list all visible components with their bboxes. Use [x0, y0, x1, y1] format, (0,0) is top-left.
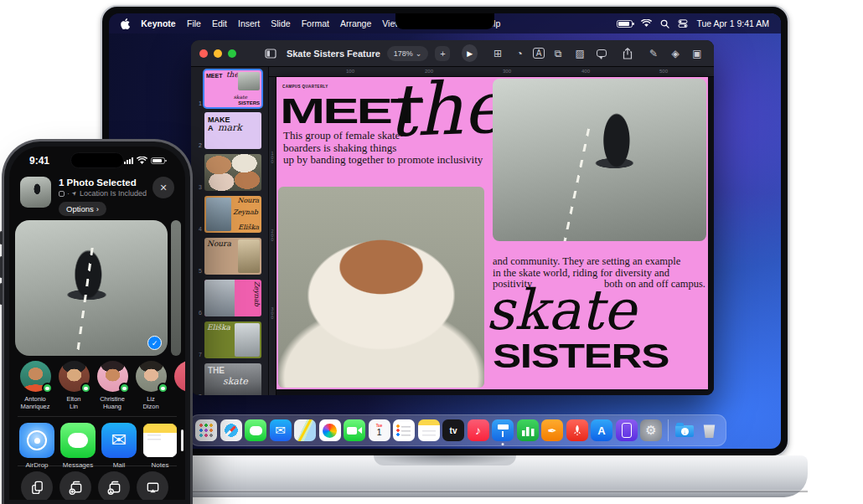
slide-thumbnail-8[interactable]: THE skate — [204, 363, 261, 395]
mail-icon[interactable]: ✉ — [270, 419, 292, 441]
add-to-album-icon[interactable] — [59, 471, 91, 500]
contact-elton[interactable]: EltonLin — [58, 361, 90, 410]
slide-thumbnail-6[interactable]: Zeynab — [204, 280, 261, 316]
control-center-icon[interactable] — [678, 19, 688, 28]
shape-icon[interactable]: ⧉ — [550, 45, 566, 62]
slide-tail-bold[interactable]: SISTERS — [493, 337, 669, 375]
slide-navigator: 1 MEET the skate SISTERS 2 — [191, 67, 269, 395]
battery-icon[interactable] — [617, 20, 633, 28]
minimize-window-button[interactable] — [214, 49, 222, 58]
airdrop-button[interactable]: AirDrop — [19, 423, 54, 469]
next-photo-edge[interactable] — [171, 220, 181, 356]
slide-thumbnail-1[interactable]: MEET the skate SISTERS — [204, 70, 261, 107]
menu-slide[interactable]: Slide — [271, 18, 290, 28]
slide-thumbnail-2[interactable]: MAKE A mark — [204, 112, 261, 149]
comment-icon[interactable] — [593, 45, 610, 62]
menu-format[interactable]: Format — [302, 18, 329, 28]
slide-thumbnail-4[interactable]: Noura Zeynab Eliška — [204, 196, 261, 233]
apple-tv-icon[interactable]: tv — [442, 419, 464, 441]
calendar-icon[interactable]: Tue 1 — [369, 419, 390, 441]
zoom-level-control[interactable]: 178% ⌄ — [387, 46, 429, 61]
menu-file[interactable]: File — [187, 18, 201, 28]
slide-thumbnail-5[interactable]: Noura — [204, 238, 261, 275]
text-box-icon[interactable]: A — [533, 48, 545, 59]
iphone-mirroring-icon[interactable] — [616, 419, 638, 441]
menu-insert[interactable]: Insert — [238, 18, 260, 28]
spotlight-search-icon[interactable] — [660, 19, 669, 28]
share-actions-row — [21, 471, 185, 500]
keynote-dock-icon[interactable] — [492, 419, 514, 441]
menu-arrange[interactable]: Arrange — [340, 18, 371, 28]
options-button[interactable]: Options › — [59, 202, 106, 216]
pages-icon[interactable]: ✒ — [541, 419, 563, 441]
messages-share-button[interactable]: Messages — [60, 423, 96, 469]
reminders-icon[interactable] — [393, 419, 415, 441]
close-window-button[interactable] — [199, 49, 208, 58]
contact-antonio[interactable]: AntonioManriquez — [19, 361, 51, 410]
add-slide-button[interactable]: + — [435, 46, 450, 61]
safari-icon[interactable] — [220, 419, 242, 441]
menu-bar-clock[interactable]: Tue Apr 1 9:41 AM — [696, 18, 769, 28]
slide-thumbnail-7[interactable]: Eliška — [204, 321, 261, 358]
trash-icon[interactable] — [699, 419, 721, 441]
action-button[interactable] — [0, 231, 3, 244]
music-icon[interactable]: ♪ — [468, 419, 489, 441]
table-icon[interactable]: ⊞ — [489, 45, 506, 62]
numbers-icon[interactable] — [517, 419, 539, 441]
messages-badge-icon — [158, 383, 168, 393]
apple-logo-icon[interactable] — [121, 18, 130, 29]
messages-icon[interactable] — [245, 419, 266, 441]
notes-share-button[interactable]: Notes — [142, 423, 178, 469]
share-icon[interactable] — [620, 45, 635, 62]
media-type-icon — [59, 191, 65, 197]
app-store-icon[interactable]: A — [591, 419, 612, 441]
horizontal-ruler: 100 200 300 400 500 — [269, 67, 714, 77]
document-icon[interactable]: ▣ — [689, 45, 705, 62]
contact-partial[interactable] — [173, 361, 185, 410]
menu-app-name[interactable]: Keynote — [141, 18, 176, 28]
downloads-folder-icon[interactable] — [674, 419, 695, 441]
rocket-app-icon[interactable] — [566, 419, 588, 441]
system-settings-icon[interactable]: ⚙ — [640, 419, 662, 441]
slide-tail-script[interactable]: skate — [486, 278, 636, 342]
add-to-shared-album-icon[interactable] — [98, 471, 130, 500]
chart-icon[interactable]: ◔ — [511, 45, 528, 62]
zoom-window-button[interactable] — [228, 49, 236, 58]
dynamic-island — [70, 152, 124, 168]
view-sidebar-icon[interactable] — [263, 45, 278, 62]
separator — [18, 465, 177, 466]
contact-liz[interactable]: LizDizon — [135, 361, 167, 410]
close-icon[interactable]: ✕ — [152, 177, 174, 198]
notes-icon[interactable] — [418, 419, 440, 441]
copy-icon[interactable] — [21, 471, 53, 500]
notes-icon — [142, 423, 178, 458]
volume-down-button[interactable] — [0, 283, 3, 305]
slide-photo-skater[interactable] — [493, 79, 706, 241]
slide-row: 7 Eliška — [191, 321, 268, 358]
maps-icon[interactable] — [294, 419, 316, 441]
airplay-icon[interactable] — [137, 471, 168, 500]
format-icon[interactable]: ✎ — [645, 45, 662, 62]
animate-icon[interactable]: ◈ — [667, 45, 684, 62]
wifi-icon[interactable] — [641, 19, 652, 28]
facetime-icon[interactable] — [344, 419, 365, 441]
slide-number: 3 — [194, 184, 202, 191]
avatar — [97, 361, 128, 392]
contact-christine[interactable]: ChristineHuang — [96, 361, 128, 410]
slide-row: 2 MAKE A mark — [191, 112, 268, 149]
slide-kicker-text[interactable]: CAMPUS QUARTERLY — [282, 85, 328, 89]
slide-thumbnail-3[interactable] — [204, 154, 261, 191]
slide-intro-text[interactable]: This group of female skate- boarders is … — [283, 130, 483, 167]
volume-up-button[interactable] — [0, 256, 3, 278]
menu-edit[interactable]: Edit — [212, 18, 227, 28]
scroll-indicator[interactable] — [181, 429, 183, 451]
photos-icon[interactable] — [319, 419, 341, 441]
document-title: Skate Sisters Feature — [287, 49, 380, 59]
launchpad-icon[interactable] — [195, 419, 217, 441]
slide-photo-portrait[interactable] — [278, 187, 484, 388]
photo-preview[interactable]: ✓ — [15, 220, 168, 356]
slide-editor[interactable]: CAMPUS QUARTERLY MEET the This group of … — [276, 77, 708, 389]
play-button[interactable]: ▶ — [462, 44, 478, 62]
mail-share-button[interactable]: ✉ Mail — [101, 423, 137, 469]
media-icon[interactable]: ▨ — [571, 45, 588, 62]
